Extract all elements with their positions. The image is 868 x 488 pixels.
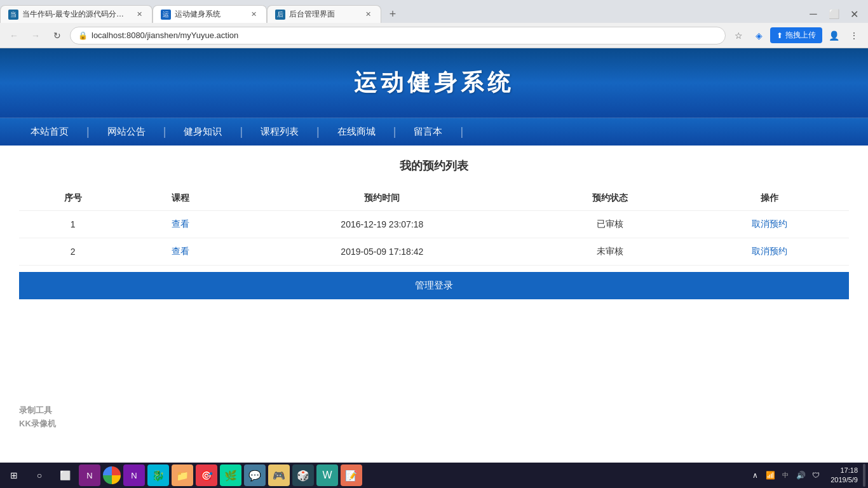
nav-knowledge[interactable]: 健身知识 (166, 118, 240, 146)
show-desktop-button[interactable] (863, 464, 865, 487)
antivirus-icon[interactable]: 🛡 (810, 470, 822, 481)
tab-3[interactable]: 后 后台管理界面 ✕ (267, 5, 381, 23)
admin-login-label: 管理登录 (415, 280, 453, 290)
nav-sep-6: | (460, 125, 463, 139)
site-header: 运动健身系统 (0, 48, 868, 118)
nav-courses-label: 课程列表 (261, 126, 299, 138)
chrome-app[interactable] (103, 466, 121, 484)
app6[interactable]: 🎯 (196, 464, 217, 486)
toolbar-right: ☆ ◈ ⬆ 拖拽上传 👤 ⋮ (729, 27, 863, 44)
new-tab-button[interactable]: + (384, 5, 402, 23)
col-header-status: 预约状态 (531, 186, 690, 211)
start-button[interactable]: ⊞ (3, 464, 25, 487)
browser-window: 当 当牛作码-最专业的源代码分享网... ✕ 运 运动健身系统 ✕ 后 后台管理… (0, 0, 868, 488)
table-row: 1 查看 2016-12-19 23:07:18 已审核 取消预约 (19, 211, 849, 238)
col-header-id: 序号 (19, 186, 126, 211)
reservation-table: 序号 课程 预约时间 预约状态 操作 1 查看 (19, 186, 849, 266)
extension-icon[interactable]: ◈ (750, 27, 768, 44)
table-header: 序号 课程 预约时间 预约状态 操作 (19, 186, 849, 211)
taskbar: ⊞ ○ ⬜ N N 🐉 📁 🎯 🌿 💬 🎮 🎲 W 📝 ∧ 📶 中 (0, 463, 868, 488)
cell-id-2: 2 (19, 238, 126, 266)
onenote-app[interactable]: N (79, 464, 100, 486)
admin-login-footer[interactable]: 管理登录 (19, 272, 849, 299)
task-view-button[interactable]: ⬜ (53, 464, 76, 487)
bookmark-button[interactable]: ☆ (729, 27, 747, 44)
tab-2[interactable]: 运 运动健身系统 ✕ (153, 5, 267, 23)
system-tray: ∧ 📶 中 🔊 🛡 (745, 470, 825, 481)
tab-2-favicon: 运 (161, 10, 171, 20)
nav-shop[interactable]: 在线商城 (320, 118, 393, 146)
app8[interactable]: 💬 (244, 464, 266, 486)
upload-label: 拖拽上传 (785, 30, 816, 41)
back-button[interactable]: ← (5, 27, 23, 44)
cancel-btn-2[interactable]: 取消预约 (752, 246, 787, 256)
url-text: localhost:8080/jianshen/myYuyue.action (92, 30, 238, 40)
course-link-2[interactable]: 查看 (172, 246, 189, 256)
forward-button[interactable]: → (27, 27, 44, 44)
clock-date: 2019/5/9 (831, 475, 858, 485)
upload-button[interactable]: ⬆ 拖拽上传 (770, 27, 822, 43)
nav-guestbook-label: 留言本 (414, 126, 442, 138)
file-manager[interactable]: 📁 (172, 464, 193, 486)
network-icon[interactable]: 📶 (764, 470, 776, 481)
nav-knowledge-label: 健身知识 (184, 126, 222, 138)
close-window-button[interactable]: ✕ (845, 5, 863, 23)
app11[interactable]: W (316, 464, 338, 486)
tab-1-favicon: 当 (8, 10, 18, 20)
tab-2-close[interactable]: ✕ (248, 10, 259, 20)
tab-2-title: 运动健身系统 (175, 9, 245, 20)
lock-icon: 🔒 (78, 31, 88, 40)
site-nav: 本站首页 | 网站公告 | 健身知识 | 课程列表 | 在线商城 | (0, 118, 868, 146)
maximize-button[interactable]: ⬜ (825, 5, 843, 23)
tab-3-title: 后台管理界面 (289, 9, 359, 20)
table-row: 2 查看 2019-05-09 17:18:42 未审核 取消预约 (19, 238, 849, 266)
minimize-button[interactable]: ─ (804, 5, 822, 23)
col-header-action: 操作 (689, 186, 849, 211)
cancel-btn-1[interactable]: 取消预约 (752, 219, 787, 229)
app10[interactable]: 🎲 (292, 464, 314, 486)
tab-1-title: 当牛作码-最专业的源代码分享网... (22, 9, 130, 20)
browser-toolbar: ← → ↻ 🔒 localhost:8080/jianshen/myYuyue.… (0, 23, 868, 48)
course-link-1[interactable]: 查看 (172, 219, 189, 229)
nav-shop-label: 在线商城 (337, 126, 376, 138)
tab-3-close[interactable]: ✕ (363, 10, 373, 20)
upload-icon: ⬆ (776, 31, 783, 40)
tray-icon-1[interactable]: ∧ (749, 470, 761, 481)
profile-button[interactable]: 👤 (825, 27, 843, 44)
col-header-time: 预约时间 (234, 186, 530, 211)
nav-home[interactable]: 本站首页 (13, 118, 86, 146)
page-content: 运动健身系统 本站首页 | 网站公告 | 健身知识 | 课程列表 | (0, 48, 868, 463)
app4[interactable]: 🐉 (147, 464, 169, 486)
tab-1[interactable]: 当 当牛作码-最专业的源代码分享网... ✕ (0, 5, 153, 23)
cell-time-2: 2019-05-09 17:18:42 (234, 238, 530, 266)
app9[interactable]: 🎮 (268, 464, 290, 486)
taskbar-left: ⊞ ○ ⬜ N N 🐉 📁 🎯 🌿 💬 🎮 🎲 W 📝 (3, 464, 362, 487)
cell-action-2: 取消预约 (689, 238, 849, 266)
nav-notice[interactable]: 网站公告 (90, 118, 163, 146)
clock-time: 17:18 (831, 466, 858, 475)
app12[interactable]: 📝 (341, 464, 362, 486)
onenote2-app[interactable]: N (123, 464, 145, 486)
cell-course-1: 查看 (126, 211, 234, 238)
cell-course-2: 查看 (126, 238, 234, 266)
sound-icon[interactable]: 🔊 (795, 470, 806, 481)
cell-time-1: 2016-12-19 23:07:18 (234, 211, 530, 238)
website-container: 运动健身系统 本站首页 | 网站公告 | 健身知识 | 课程列表 | (0, 48, 868, 463)
cell-action-1: 取消预约 (689, 211, 849, 238)
keyboard-icon[interactable]: 中 (780, 470, 791, 481)
tab-bar: 当 当牛作码-最专业的源代码分享网... ✕ 运 运动健身系统 ✕ 后 后台管理… (0, 0, 868, 23)
app7[interactable]: 🌿 (220, 464, 241, 486)
page-title: 我的预约列表 (19, 158, 849, 173)
col-header-course: 课程 (126, 186, 234, 211)
system-clock[interactable]: 17:18 2019/5/9 (825, 466, 863, 485)
search-button[interactable]: ○ (28, 464, 51, 487)
nav-home-label: 本站首页 (31, 126, 69, 138)
menu-button[interactable]: ⋮ (845, 27, 863, 44)
cell-status-1: 已审核 (531, 211, 690, 238)
address-bar[interactable]: 🔒 localhost:8080/jianshen/myYuyue.action (70, 27, 726, 44)
main-content: 我的预约列表 序号 课程 预约时间 预约状态 操作 1 (0, 146, 868, 336)
nav-guestbook[interactable]: 留言本 (396, 118, 460, 146)
tab-1-close[interactable]: ✕ (134, 10, 144, 20)
reload-button[interactable]: ↻ (48, 27, 66, 44)
nav-courses[interactable]: 课程列表 (243, 118, 316, 146)
